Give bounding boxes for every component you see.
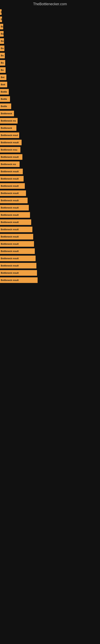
bar-38: Bottleneck result [0,277,38,283]
bar-31: Bottleneck result [0,226,32,232]
bar-17: Bottleneck [0,125,16,131]
bar-row: B [0,16,100,22]
bar-row: Bo [0,31,100,37]
bar-label-33: Bottleneck result [1,243,19,245]
bar-label-29: Bottleneck result [1,214,19,216]
bar-label-15: Bottleneck [1,112,12,115]
bar-row: Bottleneck result [0,154,100,160]
bar-label-31: Bottleneck result [1,228,19,231]
bar-row: Bo [0,53,100,58]
bar-7: Bo [0,53,5,58]
bar-29: Bottleneck result [0,212,30,218]
bar-label-7: Bo [1,54,4,57]
bar-row: Bottle [0,96,100,102]
bar-6: Bo [0,46,4,51]
bar-36: Bottleneck result [0,263,36,268]
bar-label-30: Bottleneck result [1,221,19,224]
bar-16: Bottleneck res [0,118,18,124]
bar-label-10: Bot [1,76,4,78]
bar-18: Bottleneck resul [0,132,19,138]
bar-label-20: Bottleneck resu [1,148,17,151]
bar-label-23: Bottleneck result [1,170,19,173]
bar-row: Bottleneck result [0,183,100,189]
bar-label-5: Bo [1,40,4,42]
bar-row: Bot [0,74,100,80]
bar-row: Bottle [0,89,100,94]
bar-19: Bottleneck result [0,140,22,145]
bar-row: Bott [0,82,100,87]
bar-row: Bottleneck result [0,234,100,240]
bar-row: Bottleneck result [0,219,100,225]
bar-label-34: Bottleneck result [1,250,19,252]
bar-23: Bottleneck result [0,169,23,174]
bar-label-36: Bottleneck result [1,264,19,267]
bar-label-14: Bottle [1,105,7,108]
bar-1: B [0,9,1,15]
bar-row: Bo [0,38,100,44]
bar-8: Bo [0,60,5,66]
bar-row: Bo [0,24,100,30]
bar-label-21: Bottleneck result [1,156,19,158]
bar-row: Bottleneck result [0,198,100,203]
bar-label-18: Bottleneck resul [1,134,18,136]
bar-row: Bottleneck result [0,277,100,283]
bar-label-12: Bottle [1,90,7,93]
bar-26: Bottleneck result [0,190,26,196]
bar-row: Bottleneck res [0,118,100,124]
bar-row: Bo [0,60,100,66]
bar-label-11: Bott [1,83,5,86]
bar-2: B [0,16,2,22]
bar-12: Bottle [0,89,9,94]
bar-9: Bo [0,67,6,73]
bar-row: Bottleneck [0,125,100,131]
bar-row: Bottleneck result [0,190,100,196]
bar-label-2: B [1,18,2,20]
bar-label-37: Bottleneck result [1,272,19,274]
bar-20: Bottleneck resu [0,147,20,152]
bar-label-19: Bottleneck result [1,141,19,144]
bar-row: Bottleneck result [0,270,100,276]
bar-10: Bot [0,74,6,80]
bars-container: BBBoBoBoBoBoBoBoBotBottBottleBottleBottl… [0,9,100,288]
bar-label-17: Bottleneck [1,127,12,129]
bar-label-28: Bottleneck result [1,206,19,209]
bar-label-26: Bottleneck result [1,192,19,194]
bar-label-35: Bottleneck result [1,257,19,260]
bar-15: Bottleneck [0,111,14,116]
bar-row: Bottle [0,104,100,109]
bar-4: Bo [0,31,3,37]
site-title: TheBottlenecker.com [0,0,100,9]
bar-row: Bottleneck result [0,263,100,268]
bar-row: Bottleneck res [0,162,100,167]
bar-34: Bottleneck result [0,248,35,254]
bar-label-22: Bottleneck res [1,163,16,166]
bar-30: Bottleneck result [0,219,31,225]
bar-5: Bo [0,38,4,44]
bar-33: Bottleneck result [0,241,34,247]
bar-label-3: Bo [1,25,3,28]
bar-row: B [0,9,100,15]
bar-label-9: Bo [1,69,4,71]
bar-label-25: Bottleneck result [1,185,19,187]
bar-37: Bottleneck result [0,270,37,276]
bar-row: Bottleneck result [0,241,100,247]
bar-11: Bott [0,82,7,87]
bar-label-38: Bottleneck result [1,279,19,281]
bar-row: Bottleneck result [0,176,100,182]
bar-row: Bottleneck resu [0,147,100,152]
bar-row: Bottleneck result [0,256,100,261]
bar-row: Bo [0,67,100,73]
bar-35: Bottleneck result [0,256,36,261]
bar-label-6: Bo [1,47,4,50]
bar-32: Bottleneck result [0,234,33,240]
bar-13: Bottle [0,96,10,102]
bar-row: Bottleneck resul [0,132,100,138]
bar-label-27: Bottleneck result [1,199,19,202]
bar-14: Bottle [0,104,11,109]
bar-27: Bottleneck result [0,198,28,203]
bar-row: Bottleneck result [0,205,100,210]
bar-28: Bottleneck result [0,205,29,210]
bar-3: Bo [0,24,3,30]
bar-row: Bottleneck result [0,248,100,254]
bar-label-4: Bo [1,32,3,35]
